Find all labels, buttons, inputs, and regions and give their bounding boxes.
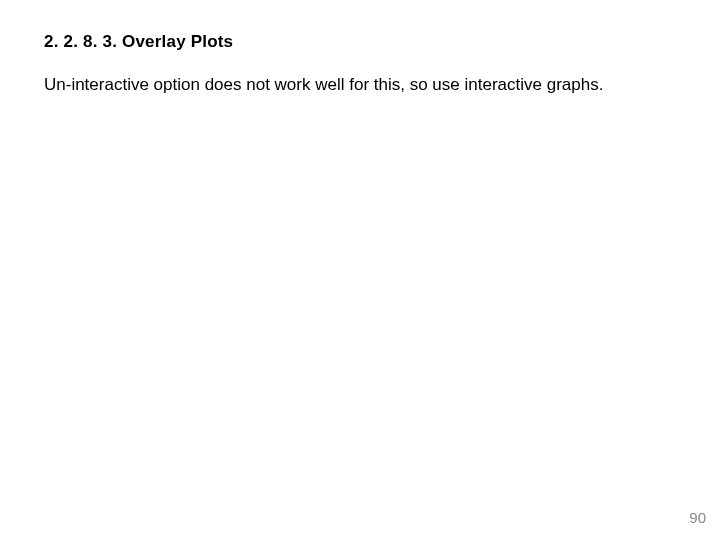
body-paragraph: Un-interactive option does not work well… (44, 74, 676, 97)
slide-content: 2. 2. 8. 3. Overlay Plots Un-interactive… (0, 0, 720, 97)
section-heading: 2. 2. 8. 3. Overlay Plots (44, 32, 676, 52)
page-number: 90 (689, 509, 706, 526)
